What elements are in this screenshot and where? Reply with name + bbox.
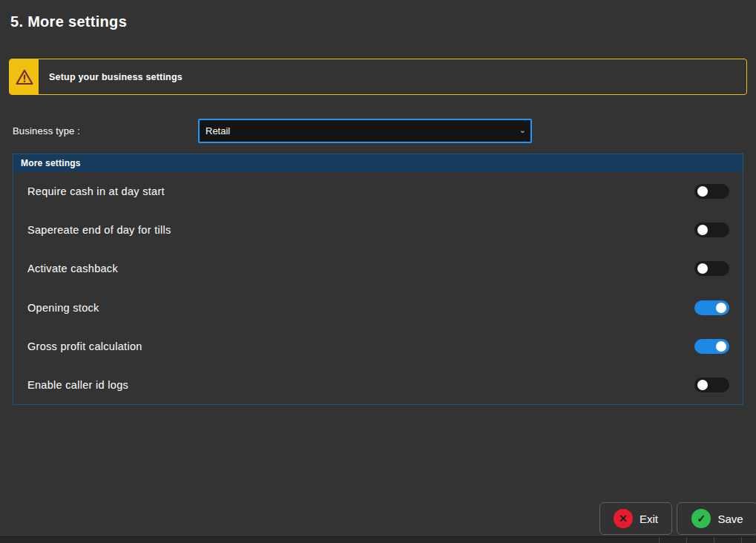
setting-label: Activate cashback [27, 263, 118, 274]
exit-button[interactable]: ✕ Exit [599, 502, 672, 535]
toggle-switch[interactable] [694, 339, 729, 354]
divider [741, 537, 742, 543]
setting-row: Opening stock [13, 289, 743, 327]
business-type-select-wrap: Retail ⌄ [198, 119, 532, 143]
toggle-knob [697, 380, 708, 390]
setting-label: Enable caller id logs [27, 379, 128, 391]
business-type-select[interactable]: Retail [198, 119, 532, 143]
setting-row: Gross profit calculation [13, 327, 743, 366]
toggle-knob [697, 225, 708, 235]
save-button[interactable]: ✓ Save [677, 502, 756, 535]
more-settings-page: 5. More settings Setup your business set… [0, 0, 756, 543]
page-title: 5. More settings [10, 13, 127, 30]
toggle-switch[interactable] [694, 184, 729, 199]
divider [686, 537, 687, 543]
setting-label: Sapereate end of day for tills [27, 224, 171, 236]
setting-label: Require cash in at day start [27, 185, 165, 197]
settings-rows: Require cash in at day start Sapereate e… [13, 172, 743, 404]
toggle-knob [716, 341, 726, 352]
setting-row: Enable caller id logs [13, 366, 743, 404]
save-button-label: Save [717, 513, 743, 525]
save-check-icon: ✓ [691, 509, 711, 528]
cutoff-bottom-bar [0, 536, 756, 543]
exit-button-label: Exit [640, 513, 658, 525]
banner-message: Setup your business settings [49, 72, 183, 82]
setting-row: Require cash in at day start [13, 172, 743, 211]
setting-label: Opening stock [27, 302, 99, 314]
setting-row: Sapereate end of day for tills [13, 211, 743, 249]
setting-label: Gross profit calculation [27, 340, 142, 352]
divider [659, 537, 660, 543]
divider [714, 537, 714, 543]
toggle-knob [697, 263, 708, 274]
exit-cross-icon: ✕ [614, 509, 633, 528]
panel-header: More settings [13, 154, 743, 172]
toggle-switch[interactable] [694, 300, 729, 315]
more-settings-panel: More settings Require cash in at day sta… [13, 154, 743, 405]
warning-banner: Setup your business settings [9, 59, 747, 95]
warning-triangle-icon [15, 68, 34, 86]
business-type-label: Business type : [13, 125, 80, 136]
toggle-switch[interactable] [694, 261, 729, 276]
toggle-knob [716, 303, 726, 313]
setting-row: Activate cashback [13, 249, 743, 288]
toggle-switch[interactable] [694, 378, 729, 392]
toggle-knob [697, 186, 708, 197]
toggle-switch[interactable] [694, 223, 729, 237]
warning-icon-box [10, 59, 39, 94]
